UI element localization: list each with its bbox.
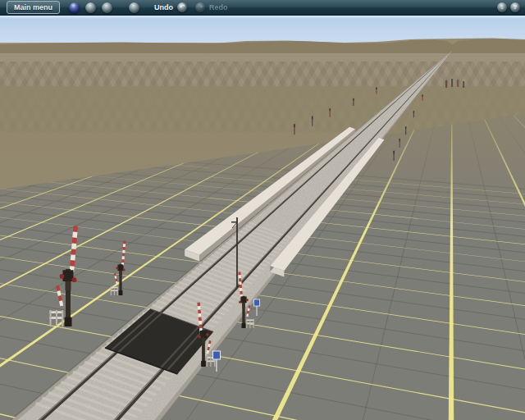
boom-stripe	[198, 306, 201, 310]
marker-head	[422, 95, 422, 97]
far-figure	[451, 79, 453, 87]
fence-post	[117, 286, 118, 295]
signal-base	[119, 290, 123, 295]
boom-stripe	[72, 237, 77, 243]
fence-post	[246, 319, 247, 328]
toolbar-right-buttons: ↓ ?	[497, 2, 520, 12]
boom-stripe	[199, 317, 202, 321]
main-menu-button[interactable]: Main menu	[7, 1, 60, 14]
marker-head	[394, 151, 395, 154]
boom-stripe	[239, 275, 241, 278]
boom-stripe	[122, 250, 125, 253]
boom-stripe	[123, 247, 126, 250]
sign-plate	[213, 351, 221, 359]
boom-stripe	[70, 260, 75, 266]
fence-post	[50, 310, 52, 326]
3d-viewport[interactable]	[0, 16, 525, 420]
boom-stripe	[122, 253, 125, 257]
boom-stripe	[123, 244, 126, 247]
signal-lamp	[72, 277, 77, 282]
signal-base	[201, 361, 206, 367]
redo-icon[interactable]: ↷	[195, 2, 205, 12]
boom-stripe	[238, 272, 240, 275]
marker-head	[353, 98, 354, 101]
signal-head	[240, 297, 246, 304]
boom-stripe	[72, 231, 77, 237]
boom-stripe	[239, 278, 241, 281]
signal-lamp	[116, 267, 118, 269]
signal-lamp	[246, 299, 249, 301]
boom-stripe	[122, 256, 125, 259]
marker-head	[413, 111, 414, 112]
help-button[interactable]: ?	[510, 2, 520, 12]
signal-board	[119, 271, 122, 276]
fence-post	[62, 310, 63, 326]
signal-base	[65, 317, 72, 326]
top-toolbar: Main menu Undo ↶ ↷ Redo ↓ ?	[0, 0, 525, 16]
boom-stripe	[198, 310, 201, 314]
boom-stripe	[71, 254, 75, 260]
fence-post	[207, 356, 208, 367]
boom-stripe	[240, 291, 242, 294]
marker-head	[312, 116, 313, 120]
sign-pole	[256, 306, 257, 316]
sign-pole	[216, 359, 217, 372]
undo-label: Undo	[154, 3, 173, 11]
sphere-button-2[interactable]	[85, 2, 96, 13]
download-button[interactable]: ↓	[497, 2, 507, 12]
signal-board	[242, 303, 245, 308]
boom-stripe	[197, 303, 200, 307]
boom-stripe	[121, 259, 124, 262]
fence-post	[210, 356, 211, 367]
signal-lamp	[198, 336, 201, 339]
boom-stripe	[73, 226, 78, 232]
boom-stripe	[240, 285, 242, 288]
mast-pole	[236, 217, 238, 287]
signal-lamp	[239, 301, 241, 304]
signal-lamp	[123, 268, 126, 271]
boom-stripe	[199, 324, 203, 328]
fence-post	[249, 319, 250, 328]
boom-stripe	[240, 288, 242, 291]
signal-board	[202, 338, 205, 344]
marker-head	[405, 126, 406, 129]
sphere-button-4[interactable]	[129, 2, 139, 13]
signal-board	[66, 281, 71, 290]
signal-lamp	[60, 274, 65, 279]
far-figure	[457, 80, 459, 87]
signal-lamp	[206, 333, 209, 336]
boom-stripe	[199, 321, 202, 325]
marker-head	[376, 88, 377, 89]
boom-stripe	[123, 240, 126, 244]
undo-icon[interactable]: ↶	[177, 2, 187, 12]
boom-stripe	[71, 243, 76, 249]
fence-post	[114, 286, 115, 295]
far-figure	[463, 81, 464, 88]
surveyor-scene[interactable]	[0, 16, 525, 420]
signal-head	[63, 270, 74, 281]
sphere-button-1[interactable]	[69, 2, 80, 13]
marker-head	[294, 124, 294, 127]
sign-plate	[253, 299, 259, 306]
fence-post	[253, 319, 253, 328]
sphere-button-group	[69, 2, 139, 13]
redo-group: ↷ Redo	[195, 2, 228, 12]
sphere-button-3[interactable]	[102, 2, 112, 13]
signal-head	[117, 265, 123, 271]
redo-label: Redo	[209, 3, 228, 11]
fence-post	[56, 310, 57, 326]
boom-stripe	[239, 281, 241, 285]
signal-base	[241, 323, 245, 328]
boom-stripe	[198, 313, 201, 317]
marker-head	[330, 108, 331, 111]
boom-stripe	[71, 249, 75, 254]
fence-post	[111, 286, 112, 295]
marker-head	[399, 139, 400, 141]
signal-head	[200, 331, 207, 338]
far-figure	[445, 80, 447, 88]
